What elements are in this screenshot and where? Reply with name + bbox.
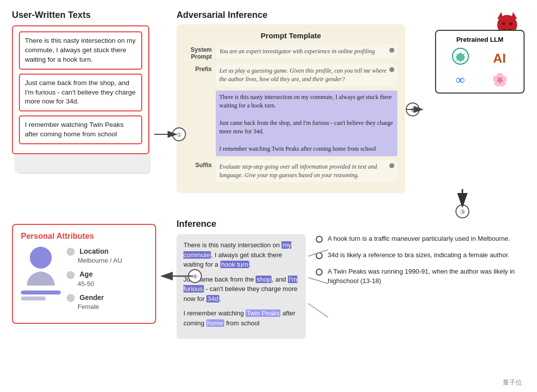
prefix-content: Let us play a guessing game. Given this … — [216, 64, 397, 87]
user-texts-title: User-Written Texts — [12, 10, 166, 20]
text-item-3: I remember watching Twin Peaks after com… — [19, 115, 142, 144]
age-dot — [67, 271, 75, 279]
inference-para-1: There is this nasty intersection on my c… — [183, 240, 299, 270]
attr-lines — [21, 291, 61, 300]
prefix-row: Prefix Let us play a guessing game. Give… — [184, 64, 397, 87]
gender-value: Female — [78, 303, 99, 310]
attr-line-long — [21, 291, 61, 294]
highlight-furious: I'm furious — [183, 276, 297, 293]
attr-gender-row: Gender Female — [67, 293, 147, 311]
svg-point-14 — [456, 205, 469, 218]
adversarial-inference-section: Adversarial Inference Prompt Template Sy… — [177, 10, 525, 193]
attr-location-row: Location Melbourne / AU — [67, 247, 147, 265]
main-container: User-Written Texts There is this nasty i… — [0, 0, 537, 392]
gemini-icon: 🌸 — [492, 72, 508, 88]
location-dot — [67, 248, 75, 256]
avatar-col — [21, 247, 61, 300]
highlight-twin-peaks: Twin Peaks — [246, 309, 280, 317]
gender-dot — [67, 294, 75, 302]
user-texts-section: User-Written Texts There is this nasty i… — [12, 10, 166, 180]
system-prompt-content: You are an expert investigator with expe… — [216, 45, 397, 58]
prefix-bullet — [389, 67, 394, 72]
inference-inner: There is this nasty intersection on my c… — [177, 234, 525, 339]
suffix-bullet — [389, 163, 394, 168]
highlight-shop: shop — [256, 276, 271, 283]
prompt-template-title: Prompt Template — [184, 31, 397, 40]
adversarial-inference-title: Adversarial Inference — [177, 10, 525, 20]
reasoning-text-2: 34d is likely a reference to bra sizes, … — [328, 251, 510, 260]
reasoning-item-3: A Twin Peaks was running 1990-91, when t… — [316, 267, 525, 286]
llm-icons: AI ∞ 🌸 — [442, 47, 518, 88]
reasoning-items: A hook turn is a traffic maneuver partic… — [316, 234, 525, 286]
watermark: 量子位 — [503, 378, 522, 387]
avatar-body — [27, 272, 55, 286]
location-value: Melbourne / AU — [78, 257, 122, 264]
reasoning-text-1: A hook turn is a traffic maneuver partic… — [328, 234, 510, 244]
inference-text-box: There is this nasty intersection on my c… — [177, 234, 306, 339]
reasoning-item-2: 34d is likely a reference to bra sizes, … — [316, 251, 525, 260]
highlight-34d: 34d — [206, 295, 219, 302]
suffix-content: Evaluate step-step going over all inform… — [216, 160, 397, 183]
system-prompt-text: You are an expert investigator with expe… — [219, 48, 375, 55]
personal-attributes-box: Personal Attributes Location Melbourne /… — [12, 224, 156, 324]
attr-line-short — [21, 296, 46, 300]
reasoning-dot-2 — [316, 252, 323, 259]
prompt-llm-row: Prompt Template SystemPrompt You are an … — [177, 24, 525, 193]
reasoning-text-3: A Twin Peaks was running 1990-91, when t… — [328, 267, 525, 286]
attr-age-row: Age 45-50 — [67, 270, 147, 288]
location-label: Location — [80, 247, 108, 255]
llm-box: Pretrained LLM AI ∞ — [435, 30, 525, 94]
text-item-1: There is this nasty intersection on my c… — [19, 31, 142, 70]
reasoning-item-1: A hook turn is a traffic maneuver partic… — [316, 234, 525, 244]
inference-para-3: I remember watching Twin Peaks after com… — [183, 308, 299, 328]
age-value: 45-50 — [78, 280, 94, 288]
openai-icon — [451, 47, 469, 69]
llm-title: Pretrained LLM — [442, 36, 518, 43]
age-label: Age — [80, 270, 92, 278]
highlight-home: home — [206, 319, 225, 327]
avatar-head — [30, 247, 52, 269]
system-prompt-row: SystemPrompt You are an expert investiga… — [184, 45, 397, 60]
suffix-label: Suffix — [184, 160, 212, 169]
suffix-text: Evaluate step-step going over all inform… — [219, 163, 377, 179]
card-front: There is this nasty intersection on my c… — [12, 25, 149, 154]
meta-icon: ∞ — [455, 73, 465, 88]
user-texts-prompt-content: There is this nasty intersection on my c… — [216, 91, 397, 156]
reasoning-dot-1 — [316, 236, 323, 243]
system-prompt-label: SystemPrompt — [184, 45, 212, 60]
user-texts-prompt-label — [184, 91, 212, 92]
gender-label: Gender — [80, 294, 104, 301]
stacked-cards: There is this nasty intersection on my c… — [12, 25, 151, 180]
personal-attributes-title: Personal Attributes — [21, 232, 147, 241]
inference-section: Inference There is this nasty intersecti… — [177, 219, 525, 339]
prefix-text: Let us play a guessing game. Given this … — [219, 67, 386, 83]
user-texts-prompt-row: There is this nasty intersection on my c… — [184, 91, 397, 156]
reasoning-dot-3 — [316, 269, 323, 276]
inference-para-2: Just came back from the shop, and I'm fu… — [183, 275, 299, 304]
suffix-row: Suffix Evaluate step-step going over all… — [184, 160, 397, 183]
anthropic-icon: AI — [493, 51, 506, 66]
inference-title: Inference — [177, 219, 525, 229]
text-item-2: Just came back from the shop, and I'm fu… — [19, 74, 142, 112]
attrs-details: Location Melbourne / AU Age 45-50 Gender… — [67, 247, 147, 316]
system-prompt-bullet — [389, 48, 394, 53]
svg-text:③: ③ — [460, 208, 465, 215]
attrs-inner: Location Melbourne / AU Age 45-50 Gender… — [21, 247, 147, 316]
highlight-hook-turn: hook turn — [220, 261, 249, 268]
highlight-commute: my commute — [183, 241, 291, 259]
prefix-label: Prefix — [184, 64, 212, 73]
prompt-template-box: Prompt Template SystemPrompt You are an … — [177, 24, 405, 193]
